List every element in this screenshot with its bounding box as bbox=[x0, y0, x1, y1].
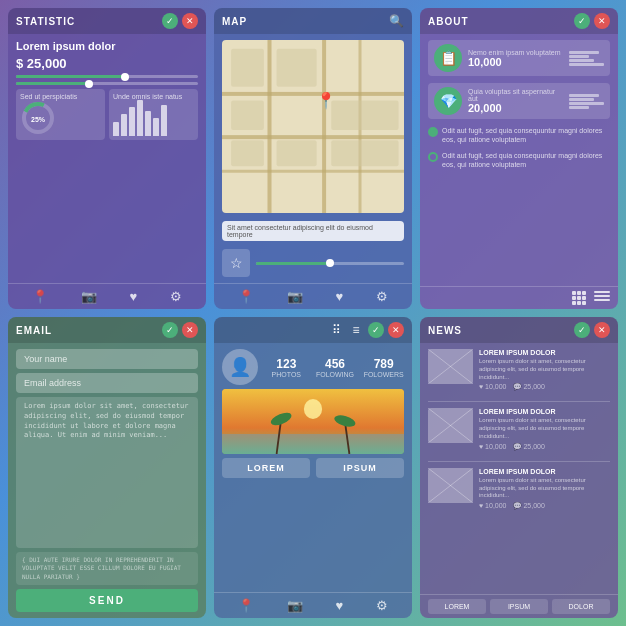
heart-icon[interactable]: ♥ bbox=[129, 289, 137, 304]
svg-point-18 bbox=[304, 399, 322, 419]
statistic-panel: STATISTIC ✓ ✕ Lorem ipsum dolor $ 25,000 bbox=[8, 8, 206, 309]
grid-view-icon[interactable] bbox=[572, 291, 586, 305]
statistic-title: STATISTIC bbox=[16, 16, 75, 27]
about-item-1: 📋 Nemo enim ipsam voluptatem 10,000 bbox=[428, 40, 610, 76]
about-icon-1: 📋 bbox=[434, 44, 462, 72]
social-check-btn[interactable]: ✓ bbox=[368, 322, 384, 338]
news-item-1: LOREM IPSUM DOLOR Lorem ipsum dolor sit … bbox=[428, 349, 610, 391]
list-view-icon[interactable] bbox=[594, 291, 610, 305]
news-thumb-3-img bbox=[428, 468, 473, 503]
map-view[interactable]: 📍 bbox=[222, 40, 404, 213]
email-close-btn[interactable]: ✕ bbox=[182, 322, 198, 338]
news-body: LOREM IPSUM DOLOR Lorem ipsum dolor sit … bbox=[420, 343, 618, 594]
social-followers-stat: 789 FOLOWERS bbox=[363, 357, 404, 378]
social-gear-icon[interactable]: ⚙ bbox=[376, 598, 388, 613]
email-message-textarea[interactable]: Lorem ipsum dolor sit amet, consectetur … bbox=[16, 397, 198, 548]
news-header: NEWS ✓ ✕ bbox=[420, 317, 618, 343]
news-thumb-2 bbox=[428, 408, 473, 443]
followers-count: 789 bbox=[363, 357, 404, 371]
statistic-footer: 📍 📷 ♥ ⚙ bbox=[8, 283, 206, 309]
news-comment-icon-1: 💬 25,000 bbox=[513, 383, 545, 391]
about-close-btn[interactable]: ✕ bbox=[594, 13, 610, 29]
stat-card-1-label: Sed ut perspiciatis bbox=[20, 93, 101, 100]
location-icon[interactable]: 📍 bbox=[32, 289, 48, 304]
social-grid-btn[interactable]: ⠿ bbox=[328, 322, 344, 338]
news-footer-btn-1[interactable]: LOREM bbox=[428, 599, 486, 614]
svg-rect-15 bbox=[331, 140, 398, 166]
email-title: EMAIL bbox=[16, 325, 52, 336]
social-location-icon[interactable]: 📍 bbox=[238, 598, 254, 613]
stat-card-2: Unde omnis iste natus bbox=[109, 89, 198, 140]
news-footer-btn-3[interactable]: DOLOR bbox=[552, 599, 610, 614]
email-check-btn[interactable]: ✓ bbox=[162, 322, 178, 338]
social-list-btn[interactable]: ≡ bbox=[348, 322, 364, 338]
about-item-2: 💎 Quia voluptas sit aspernatur aut 20,00… bbox=[428, 83, 610, 119]
about-item-1-label: Nemo enim ipsam voluptatem bbox=[468, 49, 563, 56]
social-panel: ⠿ ≡ ✓ ✕ 👤 123 PHOTOS 456 FOLOWING 789 bbox=[214, 317, 412, 618]
statistic-header: STATISTIC ✓ ✕ bbox=[8, 8, 206, 34]
gear-icon[interactable]: ⚙ bbox=[170, 289, 182, 304]
news-heart-icon-1: ♥ 10,000 bbox=[479, 383, 507, 391]
map-search-btn[interactable]: 🔍 bbox=[388, 13, 404, 29]
social-footer: 📍 📷 ♥ ⚙ bbox=[214, 592, 412, 618]
statistic-close-btn[interactable]: ✕ bbox=[182, 13, 198, 29]
send-button[interactable]: SEND bbox=[16, 589, 198, 612]
map-controls: ☆ bbox=[222, 249, 404, 277]
svg-rect-7 bbox=[322, 40, 326, 213]
news-item-1-text: Lorem ipsum dolor sit amet, consectetur … bbox=[479, 358, 610, 381]
svg-rect-3 bbox=[222, 92, 404, 96]
map-heart-icon[interactable]: ♥ bbox=[335, 289, 343, 304]
statistic-body: Lorem ipsum dolor $ 25,000 Sed ut perspi… bbox=[8, 34, 206, 283]
svg-rect-4 bbox=[222, 135, 404, 139]
news-item-2: LOREM IPSUM DOLOR Lorem ipsum dolor sit … bbox=[428, 408, 610, 450]
email-code-block: { DUI AUTE IRURE DOLOR IN REPREHENDERIT … bbox=[16, 552, 198, 585]
map-range-slider[interactable] bbox=[256, 262, 404, 265]
map-location-icon[interactable]: 📍 bbox=[238, 289, 254, 304]
slider-2[interactable] bbox=[16, 82, 198, 85]
radio-dot-2[interactable] bbox=[428, 152, 438, 162]
radio-dot-1[interactable] bbox=[428, 127, 438, 137]
statistic-check-btn[interactable]: ✓ bbox=[162, 13, 178, 29]
about-bars-2 bbox=[569, 94, 604, 109]
social-lorem-btn[interactable]: LOREM bbox=[222, 458, 310, 478]
slider-1[interactable] bbox=[16, 75, 198, 78]
news-check-btn[interactable]: ✓ bbox=[574, 322, 590, 338]
about-radio-1: Odit aut fugit, sed quia consequuntur ma… bbox=[428, 126, 610, 144]
following-label: FOLOWING bbox=[315, 371, 356, 378]
svg-rect-14 bbox=[277, 140, 317, 166]
camera-icon[interactable]: 📷 bbox=[81, 289, 97, 304]
svg-rect-19 bbox=[222, 434, 404, 454]
email-header: EMAIL ✓ ✕ bbox=[8, 317, 206, 343]
map-body: 📍 Sit amet consectetur adipiscing elit d… bbox=[214, 34, 412, 283]
stat-heading: Lorem ipsum dolor bbox=[16, 40, 198, 52]
social-camera-icon[interactable]: 📷 bbox=[287, 598, 303, 613]
social-photos-stat: 123 PHOTOS bbox=[266, 357, 307, 378]
email-name-input[interactable] bbox=[16, 349, 198, 369]
map-star-btn[interactable]: ☆ bbox=[222, 249, 250, 277]
about-radio-2-text: Odit aut fugit, sed quia consequuntur ma… bbox=[442, 151, 610, 169]
news-item-1-title: LOREM IPSUM DOLOR bbox=[479, 349, 610, 356]
social-close-btn[interactable]: ✕ bbox=[388, 322, 404, 338]
about-check-btn[interactable]: ✓ bbox=[574, 13, 590, 29]
about-footer bbox=[420, 286, 618, 309]
photos-count: 123 bbox=[266, 357, 307, 371]
email-address-input[interactable] bbox=[16, 373, 198, 393]
news-close-btn[interactable]: ✕ bbox=[594, 322, 610, 338]
news-footer-btn-2[interactable]: IPSUM bbox=[490, 599, 548, 614]
map-gear-icon[interactable]: ⚙ bbox=[376, 289, 388, 304]
map-camera-icon[interactable]: 📷 bbox=[287, 289, 303, 304]
news-heart-icon-2: ♥ 10,000 bbox=[479, 443, 507, 451]
social-heart-icon[interactable]: ♥ bbox=[335, 598, 343, 613]
news-heart-icon-3: ♥ 10,000 bbox=[479, 502, 507, 510]
social-ipsum-btn[interactable]: IPSUM bbox=[316, 458, 404, 478]
map-panel: MAP 🔍 bbox=[214, 8, 412, 309]
news-thumb-1 bbox=[428, 349, 473, 384]
svg-text:25%: 25% bbox=[31, 116, 46, 123]
about-radio-2: Odit aut fugit, sed quia consequuntur ma… bbox=[428, 151, 610, 169]
news-item-2-text: Lorem ipsum dolor sit amet, consectetur … bbox=[479, 417, 610, 440]
news-title: NEWS bbox=[428, 325, 462, 336]
news-item-2-meta: ♥ 10,000 💬 25,000 bbox=[479, 443, 610, 451]
map-title: MAP bbox=[222, 16, 247, 27]
followers-label: FOLOWERS bbox=[363, 371, 404, 378]
map-footer: 📍 📷 ♥ ⚙ bbox=[214, 283, 412, 309]
